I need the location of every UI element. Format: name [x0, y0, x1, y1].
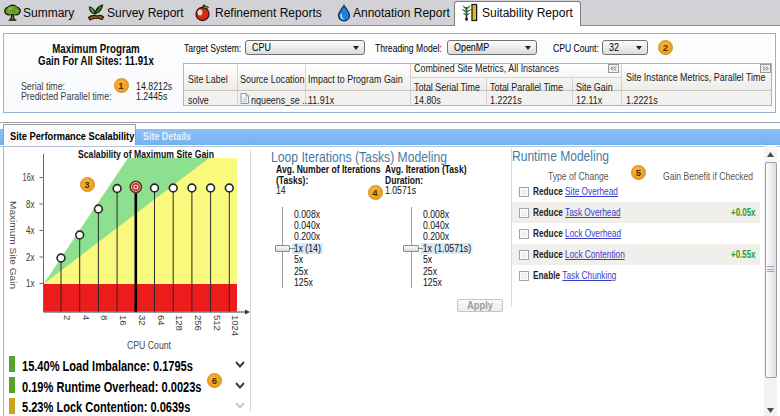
svg-text:32: 32 [137, 315, 148, 326]
svg-text:2x: 2x [26, 252, 35, 263]
svg-text:Maximum Site Gain: Maximum Site Gain [8, 201, 19, 289]
svg-text:8x: 8x [26, 199, 35, 210]
svg-text:128: 128 [174, 315, 185, 331]
svg-text:16x: 16x [23, 172, 35, 183]
svg-text:4: 4 [81, 315, 92, 320]
svg-text:CPU Count: CPU Count [127, 340, 171, 351]
svg-text:64: 64 [156, 315, 167, 326]
svg-text:256: 256 [193, 315, 204, 331]
svg-text:1x: 1x [26, 278, 35, 289]
svg-text:Scalability of Maximum Site Ga: Scalability of Maximum Site Gain [78, 148, 214, 160]
svg-text:16: 16 [118, 315, 129, 326]
svg-text:1024: 1024 [230, 315, 241, 336]
svg-text:512: 512 [212, 315, 223, 331]
svg-text:4x: 4x [26, 225, 35, 236]
svg-text:2: 2 [62, 315, 73, 320]
svg-text:8: 8 [99, 315, 110, 320]
